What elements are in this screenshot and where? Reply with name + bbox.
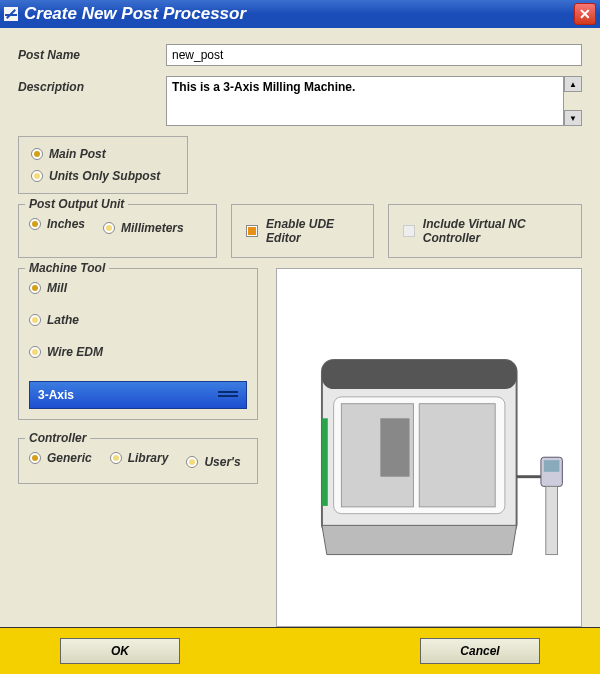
cancel-button[interactable]: Cancel (420, 638, 540, 664)
radio-icon (31, 148, 43, 160)
lathe-label: Lathe (47, 313, 79, 327)
radio-icon (186, 456, 198, 468)
lathe-radio[interactable]: Lathe (29, 313, 247, 327)
svg-rect-6 (380, 418, 409, 476)
post-name-row: Post Name (18, 44, 582, 66)
users-radio[interactable]: User's (186, 451, 240, 473)
radio-icon (103, 222, 115, 234)
mill-label: Mill (47, 281, 67, 295)
post-name-label: Post Name (18, 44, 158, 62)
description-label: Description (18, 76, 158, 94)
include-vnc-checkbox: Include Virtual NC Controller (388, 204, 582, 258)
titlebar[interactable]: Create New Post Processor ✕ (0, 0, 600, 28)
millimeters-label: Millimeters (121, 221, 184, 235)
output-unit-legend: Post Output Unit (25, 197, 128, 211)
machine-preview (276, 268, 582, 627)
controller-group: Controller Generic Library User's (18, 438, 258, 484)
svg-rect-2 (322, 360, 517, 389)
svg-rect-5 (419, 404, 495, 507)
post-output-unit-group: Post Output Unit Inches Millimeters (18, 204, 217, 258)
button-bar: OK Cancel (0, 627, 600, 674)
close-button[interactable]: ✕ (574, 3, 596, 25)
radio-icon (29, 452, 41, 464)
include-vnc-label: Include Virtual NC Controller (423, 217, 567, 245)
close-icon: ✕ (579, 6, 591, 22)
mill-radio[interactable]: Mill (29, 281, 247, 295)
checkbox-icon (246, 225, 258, 237)
left-column: Machine Tool Mill Lathe Wire EDM (18, 268, 258, 627)
description-scrollbar: ▲ ▼ (564, 76, 582, 126)
svg-rect-7 (322, 418, 328, 506)
window-title: Create New Post Processor (24, 4, 574, 24)
axis-dropdown[interactable]: 3-Axis (29, 381, 247, 409)
app-icon (4, 7, 18, 21)
dialog-window: Create New Post Processor ✕ Post Name De… (0, 0, 600, 674)
controller-legend: Controller (25, 431, 90, 445)
lower-section: Machine Tool Mill Lathe Wire EDM (18, 268, 582, 627)
enable-ude-label: Enable UDE Editor (266, 217, 359, 245)
wire-edm-radio[interactable]: Wire EDM (29, 345, 247, 359)
radio-icon (29, 346, 41, 358)
description-row: Description ▲ ▼ (18, 76, 582, 126)
enable-ude-checkbox[interactable]: Enable UDE Editor (231, 204, 374, 258)
scroll-up-button[interactable]: ▲ (564, 76, 582, 92)
checkbox-icon (403, 225, 415, 237)
ok-button[interactable]: OK (60, 638, 180, 664)
svg-rect-10 (544, 460, 560, 472)
inches-label: Inches (47, 217, 85, 231)
post-type-group: Main Post Units Only Subpost (18, 136, 188, 194)
generic-radio[interactable]: Generic (29, 451, 92, 465)
generic-label: Generic (47, 451, 92, 465)
scroll-down-button[interactable]: ▼ (564, 110, 582, 126)
radio-icon (110, 452, 122, 464)
millimeters-radio[interactable]: Millimeters (103, 217, 184, 239)
radio-icon (29, 218, 41, 230)
library-label: Library (128, 451, 169, 465)
users-label: User's (204, 455, 240, 469)
radio-icon (29, 314, 41, 326)
content-area: Post Name Description ▲ ▼ Main Post Unit… (0, 28, 600, 627)
description-input[interactable] (166, 76, 564, 126)
dropdown-icon (218, 391, 238, 399)
library-radio[interactable]: Library (110, 451, 169, 465)
mid-options-row: Post Output Unit Inches Millimeters Enab… (18, 204, 582, 258)
post-name-input[interactable] (166, 44, 582, 66)
axis-value: 3-Axis (38, 388, 74, 402)
units-only-label: Units Only Subpost (49, 169, 160, 183)
wire-edm-label: Wire EDM (47, 345, 103, 359)
radio-icon (29, 282, 41, 294)
machine-tool-group: Machine Tool Mill Lathe Wire EDM (18, 268, 258, 420)
machine-image (283, 275, 575, 620)
units-only-subpost-radio[interactable]: Units Only Subpost (31, 169, 175, 183)
inches-radio[interactable]: Inches (29, 217, 85, 231)
svg-rect-11 (546, 486, 558, 554)
machine-tool-legend: Machine Tool (25, 261, 109, 275)
main-post-radio[interactable]: Main Post (31, 147, 175, 161)
main-post-label: Main Post (49, 147, 106, 161)
radio-icon (31, 170, 43, 182)
